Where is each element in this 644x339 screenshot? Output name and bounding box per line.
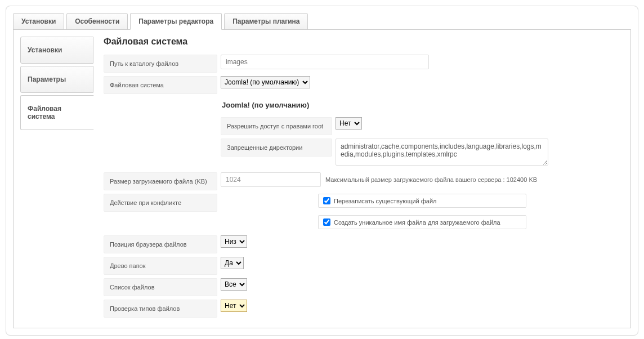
- select-folder-tree[interactable]: Да: [221, 257, 244, 269]
- label-file-list: Список файлов: [104, 278, 217, 296]
- side-tab-ustanovki[interactable]: Установки: [20, 37, 93, 64]
- upload-size-hint: Максимальный размер загружаемого файла в…: [325, 176, 537, 183]
- label-filesystem: Файловая система: [104, 76, 217, 94]
- side-tab-filesystem[interactable]: Файловая система: [20, 95, 94, 130]
- checkbox-overwrite-label: Перезаписать существующий файл: [334, 198, 437, 204]
- checkbox-row-overwrite: Перезаписать существующий файл: [318, 194, 526, 208]
- filesystem-subsection: Joomla! (по умолчанию) Разрешить доступ …: [221, 101, 624, 166]
- top-tabs: Установки Особенности Параметры редактор…: [13, 13, 631, 30]
- input-upload-size[interactable]: [221, 172, 321, 187]
- checkbox-unique-name[interactable]: [323, 218, 330, 226]
- checkbox-unique-name-label: Создать уникальное имя файла для загружа…: [334, 219, 500, 226]
- subsection-heading: Joomla! (по умолчанию): [221, 101, 624, 109]
- editor-settings-panel: Установки Особенности Параметры редактор…: [6, 6, 638, 336]
- checkbox-overwrite[interactable]: [323, 197, 330, 204]
- textarea-forbidden-dirs[interactable]: administrator,cache,components,includes,…: [336, 139, 548, 166]
- label-file-path: Путь к каталогу файлов: [104, 55, 217, 73]
- tab-parametry-plagina[interactable]: Параметры плагина: [224, 13, 308, 30]
- select-file-list[interactable]: Все: [221, 278, 247, 291]
- tab-osobennosti[interactable]: Особенности: [66, 13, 128, 30]
- side-tabs: Установки Параметры Файловая система: [20, 37, 93, 321]
- content-area: Установки Параметры Файловая система Фай…: [13, 29, 631, 328]
- main-form: Файловая система Путь к каталогу файлов …: [104, 37, 624, 321]
- checkbox-row-unique: Создать уникальное имя файла для загружа…: [318, 215, 526, 229]
- select-root-access[interactable]: Нет: [336, 117, 362, 130]
- label-upload-size: Размер загружаемого файла (KB): [104, 172, 217, 190]
- label-folder-tree: Древо папок: [104, 257, 217, 275]
- input-file-path[interactable]: [221, 55, 429, 69]
- label-browser-position: Позиция браузера файлов: [104, 235, 217, 253]
- side-tab-parametry[interactable]: Параметры: [20, 66, 93, 93]
- label-type-check: Проверка типов файлов: [104, 300, 217, 318]
- label-forbidden-dirs: Запрещенные директории: [221, 139, 332, 157]
- tab-ustanovki[interactable]: Установки: [13, 13, 64, 30]
- label-conflict-action: Действие при конфликте: [104, 194, 217, 212]
- tab-parametry-redaktora[interactable]: Параметры редактора: [130, 13, 222, 30]
- select-filesystem[interactable]: Joomla! (по умолчанию): [221, 76, 310, 88]
- label-root-access: Разрешить доступ с правами root: [221, 117, 332, 135]
- section-heading: Файловая система: [104, 37, 624, 47]
- select-type-check[interactable]: Нет: [221, 300, 247, 312]
- select-browser-position[interactable]: Низ: [221, 235, 247, 248]
